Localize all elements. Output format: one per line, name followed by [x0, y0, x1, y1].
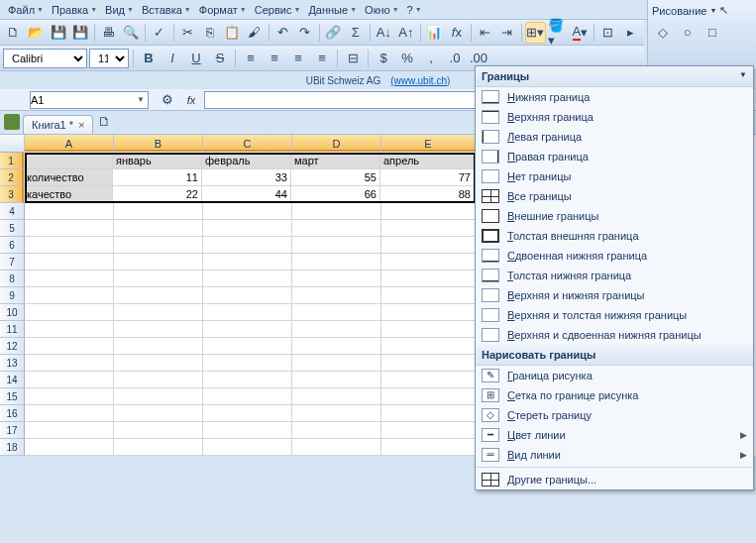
- strike-icon[interactable]: S: [209, 48, 231, 69]
- row-header[interactable]: 7: [0, 254, 25, 271]
- row-header[interactable]: 17: [0, 422, 25, 439]
- cell[interactable]: [114, 237, 203, 254]
- border-option[interactable]: Правая граница: [476, 147, 753, 166]
- cell[interactable]: [203, 271, 292, 287]
- cell[interactable]: март: [291, 153, 380, 169]
- undo-icon[interactable]: ↶: [272, 22, 294, 44]
- currency-icon[interactable]: $: [373, 48, 394, 69]
- cell[interactable]: [114, 338, 203, 355]
- cell[interactable]: [381, 237, 476, 254]
- paste-icon[interactable]: 📋: [222, 22, 244, 44]
- row-header[interactable]: 15: [0, 388, 25, 405]
- save-icon[interactable]: 💾: [48, 22, 69, 44]
- cell[interactable]: [203, 405, 292, 422]
- cell[interactable]: [381, 405, 476, 422]
- row-header[interactable]: 16: [0, 405, 25, 422]
- border-draw-option[interactable]: ◇Стереть границу: [476, 405, 753, 425]
- open-icon[interactable]: 📂: [26, 22, 48, 44]
- cell[interactable]: [203, 338, 292, 355]
- cell[interactable]: 77: [380, 169, 475, 186]
- percent-icon[interactable]: %: [396, 48, 418, 69]
- cell[interactable]: [25, 203, 114, 220]
- cell[interactable]: [292, 271, 381, 287]
- cell[interactable]: [292, 355, 381, 372]
- border-option[interactable]: Внешние границы: [476, 206, 753, 226]
- border-option[interactable]: Сдвоенная нижняя граница: [476, 246, 753, 266]
- cell[interactable]: [114, 439, 203, 456]
- col-header-e[interactable]: E: [381, 135, 476, 152]
- cell[interactable]: [381, 271, 476, 287]
- menu-data[interactable]: Данные▼: [304, 2, 361, 18]
- indent-inc-icon[interactable]: ⇥: [496, 22, 518, 44]
- cell[interactable]: [292, 203, 381, 220]
- pointer-icon[interactable]: ↖: [719, 4, 728, 17]
- cell[interactable]: [203, 237, 292, 254]
- cell[interactable]: [203, 321, 292, 338]
- col-header-b[interactable]: B: [114, 135, 203, 152]
- row-header[interactable]: 4: [0, 203, 25, 220]
- cell[interactable]: [203, 439, 292, 456]
- cell[interactable]: [114, 422, 203, 439]
- cell[interactable]: [203, 372, 292, 388]
- border-option[interactable]: Нет границы: [476, 166, 753, 186]
- cell[interactable]: [114, 405, 203, 422]
- new-tab-icon[interactable]: 🗋: [93, 110, 115, 132]
- new-doc-icon[interactable]: 🗋: [3, 22, 25, 44]
- cell[interactable]: [114, 220, 203, 237]
- cell[interactable]: [114, 355, 203, 372]
- save-all-icon[interactable]: 💾: [70, 22, 92, 44]
- row-header[interactable]: 8: [0, 271, 25, 287]
- redo-icon[interactable]: ↷: [294, 22, 316, 44]
- menu-tools[interactable]: Сервис▼: [251, 2, 305, 18]
- align-left-icon[interactable]: ≡: [240, 48, 262, 69]
- cell[interactable]: [203, 355, 292, 372]
- underline-icon[interactable]: U: [185, 48, 207, 69]
- row-header[interactable]: 11: [0, 321, 25, 338]
- fx-icon[interactable]: fx: [446, 22, 468, 44]
- row-header[interactable]: 6: [0, 237, 25, 254]
- cell[interactable]: [114, 203, 203, 220]
- indent-dec-icon[interactable]: ⇤: [475, 22, 496, 44]
- italic-icon[interactable]: I: [162, 48, 183, 69]
- cell[interactable]: [25, 287, 114, 304]
- align-center-icon[interactable]: ≡: [264, 48, 285, 69]
- more-icon[interactable]: ▸: [620, 22, 642, 44]
- format-painter-icon[interactable]: 🖌: [244, 22, 266, 44]
- comma-icon[interactable]: ,: [420, 48, 442, 69]
- cell[interactable]: [203, 422, 292, 439]
- shape-icon[interactable]: □: [702, 21, 723, 43]
- fx-label[interactable]: fx: [182, 91, 200, 109]
- chart-icon[interactable]: 📊: [424, 22, 446, 44]
- cell[interactable]: [114, 271, 203, 287]
- cell[interactable]: 44: [202, 186, 291, 203]
- align-right-icon[interactable]: ≡: [287, 48, 309, 69]
- cell[interactable]: 33: [202, 169, 291, 186]
- fill-icon[interactable]: 🪣▾: [547, 22, 569, 44]
- cell[interactable]: [25, 422, 114, 439]
- cell[interactable]: [292, 338, 381, 355]
- cell[interactable]: [381, 422, 476, 439]
- company-url[interactable]: (www.ubit.ch): [390, 75, 450, 86]
- cell[interactable]: [292, 405, 381, 422]
- menu-edit[interactable]: Правка▼: [48, 2, 101, 18]
- cell[interactable]: [114, 287, 203, 304]
- menu-view[interactable]: Вид▼: [101, 2, 138, 18]
- cell[interactable]: апрель: [380, 153, 475, 169]
- border-option[interactable]: Все границы: [476, 186, 753, 206]
- border-draw-option[interactable]: ✎Граница рисунка: [476, 366, 753, 385]
- cell[interactable]: [25, 321, 114, 338]
- row-header[interactable]: 10: [0, 304, 25, 321]
- cell[interactable]: [25, 254, 114, 271]
- cell[interactable]: количество: [24, 169, 113, 186]
- cell[interactable]: [203, 287, 292, 304]
- row-header[interactable]: 14: [0, 372, 25, 388]
- cell[interactable]: [381, 254, 476, 271]
- cell[interactable]: [292, 439, 381, 456]
- cell[interactable]: [25, 220, 114, 237]
- sort-asc-icon[interactable]: A↓: [374, 22, 395, 44]
- spell-icon[interactable]: ✓: [149, 22, 170, 44]
- menu-file[interactable]: Файл▼: [4, 2, 48, 18]
- justify-icon[interactable]: ≡: [311, 48, 333, 69]
- preview-icon[interactable]: 🔍: [121, 22, 143, 44]
- cell[interactable]: [292, 237, 381, 254]
